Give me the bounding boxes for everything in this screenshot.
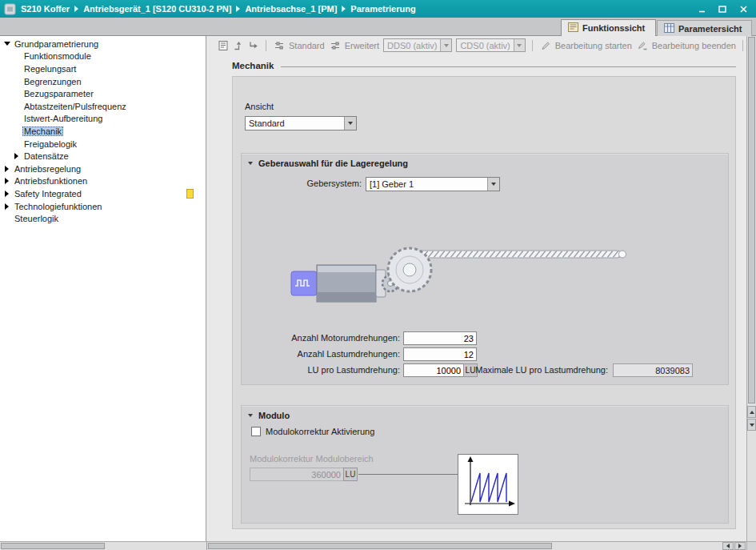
scrollbar-divider bbox=[206, 542, 207, 550]
sidebar-item-mechanik[interactable]: Mechanik bbox=[0, 125, 206, 138]
sidebar-item-grundparametrierung[interactable]: Grundparametrierung bbox=[0, 38, 206, 50]
page-title: Mechanik bbox=[232, 61, 274, 70]
sidebar-item-steuerlogik[interactable]: Steuerlogik bbox=[0, 212, 206, 225]
maximize-button[interactable] bbox=[717, 3, 728, 14]
geber-section: Geberauswahl für die Lageregelung Gebers… bbox=[241, 153, 729, 385]
sidebar-item-regelungsart[interactable]: Regelungsart bbox=[0, 62, 206, 75]
scroll-up-button[interactable] bbox=[747, 406, 756, 418]
edit-start-icon bbox=[539, 39, 552, 52]
tree-item-label: Antriebsfunktionen bbox=[13, 176, 89, 186]
bearbeitung-starten-label: Bearbeitung starten bbox=[555, 41, 632, 50]
motorumdrehungen-input[interactable] bbox=[403, 331, 477, 345]
ansicht-value: Standard bbox=[246, 118, 344, 128]
vscroll-thumb[interactable] bbox=[748, 37, 755, 403]
breadcrumb-separator-icon bbox=[74, 6, 78, 12]
expand-icon[interactable] bbox=[13, 153, 20, 159]
standard-view-label: Standard bbox=[289, 41, 325, 50]
sidebar-hscroll-thumb[interactable] bbox=[1, 543, 105, 549]
toolbar-separator bbox=[532, 40, 533, 51]
max-lu-value-field bbox=[613, 363, 693, 377]
sidebar-item-antriebsregelung[interactable]: Antriebsregelung bbox=[0, 163, 206, 175]
lastumdrehungen-label: Anzahl Lastumdrehungen: bbox=[250, 347, 400, 361]
application-window: S210 Koffer Antriebsgerät_1 [S120 CU310-… bbox=[0, 0, 756, 550]
window-icon bbox=[4, 3, 16, 15]
tree-item-label: Abtastzeiten/Pulsfrequenz bbox=[22, 102, 128, 111]
tree-item-label: Istwert-Aufbereitung bbox=[22, 114, 104, 123]
tree-item-label: Bezugsparameter bbox=[22, 89, 95, 98]
dropdown-arrow-icon[interactable] bbox=[487, 178, 499, 191]
minimize-button[interactable] bbox=[696, 3, 707, 14]
drive-train-graphic bbox=[288, 236, 632, 320]
expand-icon[interactable] bbox=[3, 178, 10, 184]
sidebar-item-abtastzeiten[interactable]: Abtastzeiten/Pulsfrequenz bbox=[0, 100, 206, 113]
funktionssicht-icon bbox=[568, 22, 578, 34]
breadcrumb-axis[interactable]: Antriebsachse_1 [PM] bbox=[245, 4, 337, 14]
dds-value: DDS0 (aktiv) bbox=[384, 41, 440, 50]
goto-device-view-icon[interactable] bbox=[233, 39, 244, 52]
vertical-scrollbar[interactable] bbox=[746, 36, 756, 541]
cds-dropdown: CDS0 (aktiv) bbox=[456, 38, 525, 52]
modulokorrektur-checkbox-label: Modulokorrektur Aktivierung bbox=[266, 427, 374, 436]
geber-section-header[interactable]: Geberauswahl für die Lageregelung bbox=[248, 159, 408, 168]
scroll-left-button[interactable] bbox=[722, 542, 734, 550]
gebersystem-dropdown[interactable]: [1] Geber 1 bbox=[366, 177, 500, 191]
horizontal-scrollbar[interactable] bbox=[0, 541, 756, 550]
expand-icon[interactable] bbox=[3, 166, 10, 172]
lu-pro-lastumdrehung-input[interactable] bbox=[403, 363, 464, 377]
sidebar-item-begrenzungen[interactable]: Begrenzungen bbox=[0, 75, 206, 88]
ansicht-label: Ansicht bbox=[245, 102, 274, 111]
tree-item-label: Antriebsregelung bbox=[13, 164, 82, 174]
parametersicht-icon bbox=[664, 23, 674, 34]
sidebar-item-bezugsparameter[interactable]: Bezugsparameter bbox=[0, 87, 206, 100]
modulobereich-label: Modulokorrektur Modulobereich bbox=[250, 454, 374, 464]
breadcrumb-device[interactable]: Antriebsgerät_1 [S120 CU310-2 PN] bbox=[83, 4, 231, 14]
erweitert-view-icon bbox=[329, 39, 342, 52]
dds-dropdown: DDS0 (aktiv) bbox=[383, 38, 452, 52]
tree-item-label: Regelungsart bbox=[22, 64, 78, 74]
breadcrumb-project[interactable]: S210 Koffer bbox=[21, 4, 70, 14]
overview-icon[interactable] bbox=[218, 39, 229, 52]
tab-parametersicht[interactable]: Parametersicht bbox=[657, 20, 752, 36]
modulokorrektur-checkbox[interactable] bbox=[251, 427, 261, 436]
section-title: Modulo bbox=[258, 411, 290, 420]
standard-view-icon bbox=[273, 39, 286, 52]
section-title: Geberauswahl für die Lageregelung bbox=[258, 159, 408, 168]
breadcrumb-page[interactable]: Parametrierung bbox=[350, 4, 415, 14]
tree-item-label: Begrenzungen bbox=[22, 77, 83, 86]
expand-icon[interactable] bbox=[3, 191, 10, 197]
dropdown-arrow-icon bbox=[440, 39, 451, 51]
standard-view-button[interactable]: Standard bbox=[273, 39, 325, 52]
main-hscroll-thumb[interactable] bbox=[208, 543, 552, 549]
sidebar-item-safety-integrated[interactable]: Safety Integrated bbox=[0, 187, 206, 200]
ansicht-dropdown[interactable]: Standard bbox=[245, 116, 357, 130]
dropdown-arrow-icon bbox=[514, 39, 525, 51]
tree-item-label-selected: Mechanik bbox=[22, 126, 63, 136]
sidebar-item-funktionsmodule[interactable]: Funktionsmodule bbox=[0, 50, 206, 63]
modulo-section-header[interactable]: Modulo bbox=[248, 411, 290, 420]
change-marker-badge bbox=[186, 189, 194, 199]
cds-value: CDS0 (aktiv) bbox=[457, 41, 513, 50]
lastumdrehungen-input[interactable] bbox=[403, 347, 477, 361]
titlebar: S210 Koffer Antriebsgerät_1 [S120 CU310-… bbox=[0, 0, 756, 18]
tree-item-label: Freigabelogik bbox=[22, 139, 78, 149]
max-lu-label: Maximale LU pro Lastumdrehung: bbox=[466, 363, 608, 377]
tab-funktionssicht[interactable]: Funktionssicht bbox=[561, 19, 656, 36]
bearbeitung-beenden-label: Bearbeitung beenden bbox=[652, 41, 736, 50]
sidebar-item-antriebsfunktionen[interactable]: Antriebsfunktionen bbox=[0, 175, 206, 188]
erweitert-view-button[interactable]: Erweitert bbox=[329, 39, 379, 52]
sidebar-item-technologiefunktionen[interactable]: Technologiefunktionen bbox=[0, 200, 206, 213]
collapse-icon[interactable] bbox=[3, 42, 10, 46]
sidebar-item-datensaetze[interactable]: Datensätze bbox=[0, 150, 206, 163]
scroll-right-button[interactable] bbox=[734, 542, 746, 550]
navigation-tree: Grundparametrierung Funktionsmodule Rege… bbox=[0, 36, 206, 541]
close-button[interactable] bbox=[738, 3, 749, 14]
goto-network-view-icon[interactable] bbox=[248, 39, 259, 52]
scroll-down-button[interactable] bbox=[747, 419, 756, 431]
expand-icon[interactable] bbox=[3, 203, 10, 210]
sidebar-item-freigabelogik[interactable]: Freigabelogik bbox=[0, 138, 206, 151]
scrollbar-corner bbox=[746, 542, 756, 550]
dropdown-arrow-icon[interactable] bbox=[344, 117, 356, 130]
sidebar-item-istwert-aufbereitung[interactable]: Istwert-Aufbereitung bbox=[0, 113, 206, 126]
lu-pro-lastumdrehung-label: LU pro Lastumdrehung: bbox=[250, 363, 400, 377]
tree-item-label: Funktionsmodule bbox=[22, 51, 93, 61]
